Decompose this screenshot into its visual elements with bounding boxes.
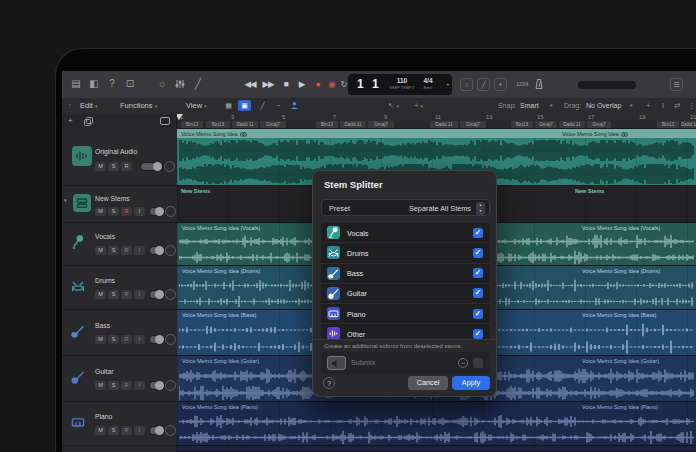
inspector-icon[interactable]: ◧	[86, 77, 102, 91]
edit-menu[interactable]: Edit ▾	[80, 100, 98, 112]
solo-button[interactable]: S	[108, 335, 119, 344]
mixer-icon[interactable]	[172, 77, 188, 89]
regions-view-icon[interactable]: ▣	[238, 100, 251, 111]
record-enable-button[interactable]: R	[121, 162, 132, 171]
chord-chip[interactable]: Dadd 11	[232, 121, 258, 128]
stem-row-other[interactable]: Other ✓	[321, 323, 490, 343]
other-checkbox[interactable]: ✓	[473, 329, 483, 339]
more-options-icon[interactable]: ⋮	[688, 100, 696, 111]
chord-chip[interactable]: Dadd 11	[681, 121, 696, 128]
record-enable-button[interactable]: R	[121, 381, 132, 390]
chord-chip[interactable]: Dadd 11	[430, 121, 458, 128]
stem-row-vocals[interactable]: Vocals ✓	[321, 223, 490, 242]
cancel-button[interactable]: Cancel	[408, 376, 448, 390]
pan-knob[interactable]	[165, 206, 176, 217]
guitar-checkbox[interactable]: ✓	[473, 288, 483, 298]
help-button[interactable]: ?	[323, 377, 335, 389]
chord-chip[interactable]: Gmaj7	[535, 121, 557, 128]
catch-playhead-icon[interactable]: ⇄	[674, 100, 680, 111]
volume-slider[interactable]	[149, 335, 165, 344]
quick-help-icon[interactable]: ?	[104, 77, 120, 91]
stem-row-piano[interactable]: Piano ✓	[321, 303, 490, 323]
ruler-bar-11[interactable]: 11	[435, 114, 441, 121]
stop-button[interactable]: ■	[278, 78, 294, 90]
lcd-chevron-icon[interactable]: ▾	[447, 82, 449, 87]
chevron-down-icon[interactable]: ▾	[630, 100, 633, 111]
chord-chip[interactable]: Bm13	[657, 121, 679, 128]
chord-track[interactable]: Bm13Bm13Dadd 11Gmaj7Bm13Dadd 11Gmaj7Dadd…	[177, 121, 696, 129]
flex-icon[interactable]: ~	[272, 100, 285, 111]
track-name[interactable]: Guitar	[95, 368, 114, 375]
ruler-bar-3[interactable]: 3	[231, 114, 234, 121]
piano-checkbox[interactable]: ✓	[473, 309, 483, 319]
chevron-down-icon[interactable]: ▾	[550, 100, 553, 111]
snap-select[interactable]: Smart	[520, 100, 539, 111]
ruler-bar-17[interactable]: 17	[588, 114, 594, 121]
forward-button[interactable]: ▶▶	[260, 78, 276, 90]
back-arrow-icon[interactable]: ↑	[68, 100, 72, 111]
ruler-bar-9[interactable]: 9	[384, 114, 387, 121]
ruler-bar-7[interactable]: 7	[333, 114, 336, 121]
stem-row-bass[interactable]: Bass ✓	[321, 263, 490, 283]
track-header-drums[interactable]: Drums M S R I	[62, 266, 177, 310]
region-other-partial[interactable]	[177, 446, 696, 452]
bass-checkbox[interactable]: ✓	[473, 268, 483, 278]
track-header-piano[interactable]: Piano M S R I	[62, 402, 177, 446]
record-enable-button[interactable]: R	[121, 207, 132, 216]
bar-ruler[interactable]: 13579111315171921	[177, 114, 696, 121]
view-menu[interactable]: View ▾	[186, 100, 207, 112]
grid-view-icon[interactable]: ▦	[222, 100, 235, 111]
solo-button[interactable]: S	[108, 426, 119, 435]
mute-button[interactable]: M	[95, 162, 106, 171]
solo-button[interactable]: S	[108, 381, 119, 390]
region-piano[interactable]: Voice Memo Song Idea (Piano) Voice Memo …	[177, 402, 696, 446]
submix-checkbox-disabled[interactable]	[473, 358, 483, 368]
track-icon-stack[interactable]	[73, 194, 91, 212]
rewind-button[interactable]: ◀◀	[242, 78, 258, 90]
text-tool-icon[interactable]: I	[662, 100, 664, 111]
chord-chip[interactable]: Bm13	[511, 121, 533, 128]
input-monitor-button[interactable]: I	[134, 426, 145, 435]
metronome-icon[interactable]	[534, 78, 544, 90]
track-name[interactable]: Bass	[95, 322, 110, 329]
input-monitor-button[interactable]: I	[134, 246, 145, 255]
editors-icon[interactable]: ╱	[190, 77, 206, 91]
chord-chip[interactable]: Bm13	[316, 121, 338, 128]
snap-toggle-icon[interactable]: +	[646, 100, 650, 111]
chord-chip[interactable]: Bm13	[181, 121, 203, 128]
mute-button[interactable]: M	[95, 381, 106, 390]
add-track-button[interactable]: +	[68, 116, 73, 125]
mute-button[interactable]: M	[95, 290, 106, 299]
volume-slider[interactable]	[149, 290, 165, 299]
ruler-bar-19[interactable]: 19	[639, 114, 645, 121]
count-in-button[interactable]: 1234	[516, 81, 528, 87]
volume-slider[interactable]	[149, 381, 165, 390]
solo-button[interactable]: S	[108, 246, 119, 255]
track-header-vocals[interactable]: Vocals M S R I	[62, 223, 177, 266]
solo-button[interactable]: S	[108, 162, 119, 171]
lcd-display[interactable]: 1 1 110 KEEP TEMPO 4/4 Bmin ▾	[348, 74, 452, 95]
chord-chip[interactable]: Gmaj7	[260, 121, 286, 128]
stepper-icon[interactable]: ▴▾	[476, 202, 485, 215]
mute-button[interactable]: M	[95, 426, 106, 435]
remove-submix-icon[interactable]: −	[458, 358, 468, 368]
input-monitor-button[interactable]: I	[134, 381, 145, 390]
track-name[interactable]: Drums	[95, 277, 115, 284]
chord-chip[interactable]: Gmaj7	[460, 121, 486, 128]
functions-menu[interactable]: Functions ▾	[120, 100, 157, 112]
mute-button[interactable]: M	[95, 207, 106, 216]
drums-checkbox[interactable]: ✓	[473, 248, 483, 258]
volume-slider[interactable]	[140, 162, 165, 171]
record-enable-button[interactable]: R	[121, 290, 132, 299]
drag-select[interactable]: No Overlap	[586, 100, 621, 111]
track-header-new-stems[interactable]: ▾ New Stems M S R I	[62, 186, 177, 223]
track-name[interactable]: Original Audio	[95, 148, 137, 155]
secondary-tool-menu[interactable]: + ▾	[414, 100, 423, 112]
pencil-button[interactable]: ╱	[477, 78, 490, 91]
duplicate-track-button[interactable]	[84, 117, 93, 126]
record-enable-button[interactable]: R	[121, 426, 132, 435]
chord-chip[interactable]: Dadd 11	[340, 121, 366, 128]
pan-knob[interactable]	[165, 380, 176, 391]
automation-icon[interactable]: ╱	[256, 100, 269, 111]
track-name[interactable]: Piano	[95, 413, 112, 420]
